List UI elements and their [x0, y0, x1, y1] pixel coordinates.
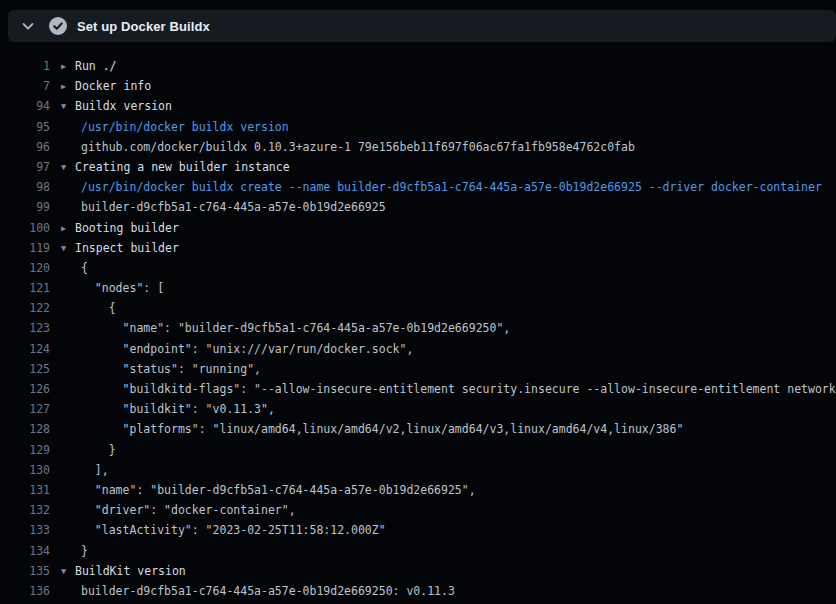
line-text: "endpoint": "unix:///var/run/docker.sock…: [81, 339, 413, 359]
log-line: 100 ▶ Booting builder: [0, 218, 836, 238]
log-line: 127 "buildkit": "v0.11.3",: [0, 399, 836, 419]
line-text: "nodes": [: [81, 278, 164, 298]
line-number[interactable]: 100: [0, 218, 50, 238]
line-text: }: [81, 440, 116, 460]
step-title: Set up Docker Buildx: [77, 19, 210, 34]
line-text: ],: [81, 460, 109, 480]
line-number[interactable]: 123: [0, 318, 50, 338]
line-number[interactable]: 135: [0, 561, 50, 581]
log-line: 126 "buildkitd-flags": "--allow-insecure…: [0, 379, 836, 399]
line-number[interactable]: 96: [0, 137, 50, 157]
line-text: builder-d9cfb5a1-c764-445a-a57e-0b19d2e6…: [81, 581, 455, 601]
line-text: Docker info: [75, 76, 151, 96]
group-triangle-icon[interactable]: ▼: [61, 561, 75, 581]
log-line: 123 "name": "builder-d9cfb5a1-c764-445a-…: [0, 318, 836, 338]
line-number[interactable]: 7: [0, 76, 50, 96]
line-number[interactable]: 121: [0, 278, 50, 298]
line-number[interactable]: 128: [0, 419, 50, 439]
line-number[interactable]: 120: [0, 258, 50, 278]
line-number[interactable]: 119: [0, 238, 50, 258]
line-number[interactable]: 131: [0, 480, 50, 500]
line-text: "buildkit": "v0.11.3",: [81, 399, 275, 419]
log-line: 94 ▼ Buildx version: [0, 96, 836, 116]
line-number[interactable]: 122: [0, 298, 50, 318]
line-text: /usr/bin/docker buildx create --name bui…: [81, 177, 822, 197]
line-text: }: [81, 541, 88, 561]
line-text: Run ./: [75, 56, 117, 76]
log-line: 128 "platforms": "linux/amd64,linux/amd6…: [0, 419, 836, 439]
line-text: Inspect builder: [75, 238, 179, 258]
log-line: 1 ▶ Run ./: [0, 56, 836, 76]
line-text: /usr/bin/docker buildx version: [81, 117, 289, 137]
line-text: github.com/docker/buildx 0.10.3+azure-1 …: [81, 137, 635, 157]
log-line: 135 ▼ BuildKit version: [0, 561, 836, 581]
log-line: 7 ▶ Docker info: [0, 76, 836, 96]
line-text: {: [81, 298, 116, 318]
actions-log-viewer: Set up Docker Buildx 1 ▶ Run ./ 7 ▶ Dock…: [0, 0, 836, 604]
line-number[interactable]: 127: [0, 399, 50, 419]
line-number[interactable]: 126: [0, 379, 50, 399]
log-line: 132 "driver": "docker-container",: [0, 500, 836, 520]
log-line: 98 /usr/bin/docker buildx create --name …: [0, 177, 836, 197]
line-text: "lastActivity": "2023-02-25T11:58:12.000…: [81, 520, 386, 540]
line-number[interactable]: 99: [0, 197, 50, 217]
line-text: BuildKit version: [75, 561, 186, 581]
log-line: 97 ▼ Creating a new builder instance: [0, 157, 836, 177]
log-line: 130 ],: [0, 460, 836, 480]
group-triangle-icon[interactable]: ▶: [61, 77, 75, 97]
log-line: 133 "lastActivity": "2023-02-25T11:58:12…: [0, 520, 836, 540]
line-number[interactable]: 130: [0, 460, 50, 480]
line-text: "driver": "docker-container",: [81, 500, 296, 520]
line-text: "name": "builder-d9cfb5a1-c764-445a-a57e…: [81, 480, 476, 500]
log-line: 120 {: [0, 258, 836, 278]
log-line: 122 {: [0, 298, 836, 318]
line-number[interactable]: 129: [0, 440, 50, 460]
line-number[interactable]: 1: [0, 56, 50, 76]
line-text: Creating a new builder instance: [75, 157, 290, 177]
line-text: Buildx version: [75, 96, 172, 116]
line-text: {: [81, 258, 88, 278]
line-number[interactable]: 94: [0, 96, 50, 116]
log-lines: 1 ▶ Run ./ 7 ▶ Docker info 94 ▼ Buildx v…: [0, 56, 836, 601]
line-number[interactable]: 136: [0, 581, 50, 601]
group-triangle-icon[interactable]: ▼: [61, 238, 75, 258]
log-line: 121 "nodes": [: [0, 278, 836, 298]
line-text: builder-d9cfb5a1-c764-445a-a57e-0b19d2e6…: [81, 197, 386, 217]
line-number[interactable]: 97: [0, 157, 50, 177]
line-text: "platforms": "linux/amd64,linux/amd64/v2…: [81, 419, 683, 439]
line-number[interactable]: 98: [0, 177, 50, 197]
line-number[interactable]: 134: [0, 541, 50, 561]
group-triangle-icon[interactable]: ▼: [61, 96, 75, 116]
log-line: 119 ▼ Inspect builder: [0, 238, 836, 258]
chevron-down-icon[interactable]: [20, 18, 36, 34]
log-line: 95 /usr/bin/docker buildx version: [0, 117, 836, 137]
line-number[interactable]: 132: [0, 500, 50, 520]
log-line: 125 "status": "running",: [0, 359, 836, 379]
line-text: "name": "builder-d9cfb5a1-c764-445a-a57e…: [81, 318, 510, 338]
check-circle-icon: [49, 17, 67, 35]
group-triangle-icon[interactable]: ▼: [61, 157, 75, 177]
group-triangle-icon[interactable]: ▶: [61, 57, 75, 77]
step-header[interactable]: Set up Docker Buildx: [8, 10, 836, 42]
log-line: 96 github.com/docker/buildx 0.10.3+azure…: [0, 137, 836, 157]
group-triangle-icon[interactable]: ▶: [61, 219, 75, 239]
log-line: 124 "endpoint": "unix:///var/run/docker.…: [0, 339, 836, 359]
line-number[interactable]: 95: [0, 117, 50, 137]
log-line: 99 builder-d9cfb5a1-c764-445a-a57e-0b19d…: [0, 197, 836, 217]
line-number[interactable]: 124: [0, 339, 50, 359]
log-line: 136 builder-d9cfb5a1-c764-445a-a57e-0b19…: [0, 581, 836, 601]
log-line: 134 }: [0, 541, 836, 561]
line-number[interactable]: 133: [0, 520, 50, 540]
line-text: Booting builder: [75, 218, 179, 238]
log-line: 131 "name": "builder-d9cfb5a1-c764-445a-…: [0, 480, 836, 500]
line-number[interactable]: 125: [0, 359, 50, 379]
log-line: 129 }: [0, 440, 836, 460]
line-text: "status": "running",: [81, 359, 261, 379]
line-text: "buildkitd-flags": "--allow-insecure-ent…: [81, 379, 836, 399]
